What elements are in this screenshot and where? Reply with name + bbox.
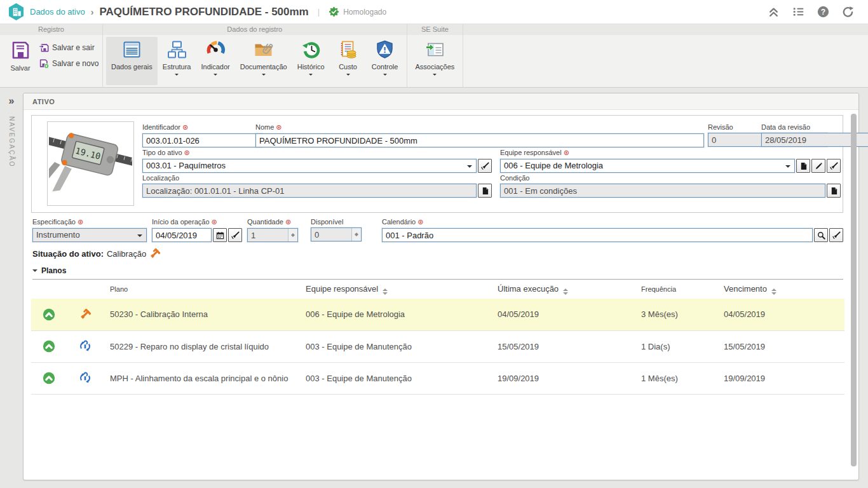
- section-collapse-caret-icon: [32, 269, 37, 274]
- condicao-label: Condição: [500, 174, 841, 182]
- maintenance-wrench-icon: [79, 372, 92, 384]
- required-icon: ⊛: [212, 218, 217, 226]
- plan-row[interactable]: 50229 - Reparo no display de cristal líq…: [31, 330, 844, 362]
- execute-up-circle-icon[interactable]: [43, 372, 55, 384]
- calendario-clear-button[interactable]: [829, 228, 843, 242]
- inicio-calendar-button[interactable]: [213, 228, 227, 242]
- history-clock-icon: [301, 39, 322, 60]
- localizacao-input: [142, 184, 477, 198]
- spinner-arrows-icon: [288, 229, 297, 241]
- planos-section-toggle[interactable]: Planos: [32, 266, 843, 280]
- calendario-search-button[interactable]: [814, 228, 828, 242]
- select-caret-icon: [467, 165, 472, 170]
- ribbon-group-label-registro: Registro: [0, 24, 102, 35]
- calendario-input[interactable]: [382, 228, 813, 242]
- gauge-icon: [205, 39, 226, 60]
- dropdown-caret-icon: [262, 74, 266, 78]
- required-icon: ⊛: [78, 218, 83, 226]
- floppy-disk-icon: [10, 40, 31, 60]
- sort-icon[interactable]: [771, 288, 776, 295]
- dropdown-caret-icon: [175, 74, 179, 78]
- save-new-label: Salvar e novo: [52, 59, 98, 68]
- planos-table: Plano Equipe responsável Última execução…: [31, 280, 844, 395]
- tab-dados-gerais[interactable]: Dados gerais: [106, 37, 158, 85]
- required-icon: ⊛: [276, 123, 281, 131]
- identificador-label: Identificador⊛: [142, 123, 252, 132]
- quantidade-label: Quantidade⊛: [247, 218, 298, 226]
- ribbon-filler: [463, 24, 868, 87]
- expand-navigation-icon[interactable]: »: [9, 96, 15, 106]
- equipe-edit-button[interactable]: [811, 159, 825, 173]
- planos-section-label: Planos: [41, 266, 66, 275]
- nome-input[interactable]: [255, 133, 704, 147]
- refresh-icon[interactable]: [842, 6, 854, 18]
- col-vencimento[interactable]: Vencimento: [717, 280, 844, 299]
- collapse-icon[interactable]: [768, 6, 780, 18]
- equipe-clear-button[interactable]: [827, 159, 841, 173]
- tab-controle[interactable]: Controle: [367, 37, 403, 85]
- sort-icon[interactable]: [563, 288, 568, 295]
- calibration-caliper-icon: [79, 309, 91, 320]
- localizacao-view-button[interactable]: [478, 184, 492, 198]
- ribbon-group-label-dados: Dados do registro: [103, 24, 407, 35]
- maintenance-wrench-icon: [79, 340, 92, 353]
- plan-team: 003 - Equipe de Manutenção: [299, 362, 491, 394]
- sort-icon[interactable]: [383, 288, 388, 295]
- plan-frequency: 1 Mês(es): [635, 362, 717, 394]
- equipe-label: Equipe responsável⊛: [500, 149, 841, 157]
- equipe-view-button[interactable]: [796, 159, 810, 173]
- condicao-input: [500, 184, 825, 198]
- tab-indicador[interactable]: Indicador: [196, 37, 234, 85]
- help-icon[interactable]: [817, 6, 829, 18]
- navigation-label[interactable]: NAVEGAÇÃO: [8, 116, 15, 168]
- breadcrumb-app-link[interactable]: Dados do ativo: [30, 7, 85, 17]
- brush-icon: [481, 162, 489, 170]
- tab-custo[interactable]: Custo: [330, 37, 367, 85]
- col-ultima-execucao[interactable]: Última execução: [491, 280, 635, 299]
- plan-row[interactable]: 50230 - Calibração Interna 006 - Equipe …: [31, 299, 844, 330]
- pencil-icon: [815, 162, 823, 170]
- save-exit-label: Salvar e sair: [52, 43, 95, 52]
- brush-icon: [231, 231, 240, 240]
- plan-frequency: 1 Dia(s): [635, 330, 717, 362]
- vertical-scrollbar[interactable]: [851, 112, 857, 476]
- identificador-input[interactable]: [142, 133, 262, 147]
- calendar-icon: [216, 231, 224, 240]
- col-frequencia: Frequência: [635, 280, 717, 299]
- execute-up-circle-icon[interactable]: [43, 340, 55, 353]
- plan-last-execution: 15/05/2019: [491, 330, 635, 362]
- execute-up-circle-icon[interactable]: [43, 308, 55, 321]
- floppy-exit-icon: [39, 43, 49, 53]
- equipe-select[interactable]: 006 - Equipe de Metrologia: [500, 159, 795, 173]
- inicio-clear-button[interactable]: [228, 228, 242, 242]
- calendario-label: Calendário⊛: [382, 218, 843, 226]
- save-new-button[interactable]: Salvar e novo: [39, 58, 98, 69]
- brush-icon: [830, 162, 838, 170]
- tab-historico[interactable]: Histórico: [292, 37, 330, 85]
- section-title-ativo: ATIVO: [24, 93, 858, 110]
- inicio-operacao-input[interactable]: [152, 228, 212, 242]
- tipo-ativo-select[interactable]: 003.01 - Paquímetros: [142, 159, 477, 173]
- plan-name: 50229 - Reparo no display de cristal líq…: [104, 330, 299, 362]
- app-logo-icon[interactable]: [8, 3, 25, 21]
- plan-due-date: 04/05/2019: [717, 299, 844, 330]
- navigation-strip: » NAVEGAÇÃO: [0, 88, 23, 488]
- tab-estrutura[interactable]: Estrutura: [158, 37, 196, 85]
- list-menu-icon[interactable]: [792, 6, 804, 18]
- required-icon: ⊛: [417, 218, 423, 226]
- scrollbar-thumb[interactable]: [851, 114, 857, 466]
- plan-row[interactable]: MPH - Alinhamento da escala principal e …: [31, 362, 844, 394]
- col-equipe[interactable]: Equipe responsável: [299, 280, 491, 299]
- asset-photo[interactable]: 19.10: [47, 121, 134, 206]
- plan-frequency: 3 Mês(es): [635, 299, 717, 330]
- save-button[interactable]: Salvar: [3, 37, 37, 72]
- tab-documentacao[interactable]: Documentação: [235, 37, 292, 85]
- condicao-view-button[interactable]: [827, 184, 841, 198]
- spinner-arrows-icon: [351, 228, 361, 241]
- homologado-gear-check-icon: [329, 6, 339, 17]
- document-icon: [481, 187, 489, 195]
- tab-associacoes[interactable]: Associações: [410, 37, 460, 85]
- asset-panel: ATIVO 19.10: [23, 93, 859, 480]
- save-exit-button[interactable]: Salvar e sair: [39, 43, 98, 53]
- tipo-ativo-clear-button[interactable]: [478, 159, 492, 173]
